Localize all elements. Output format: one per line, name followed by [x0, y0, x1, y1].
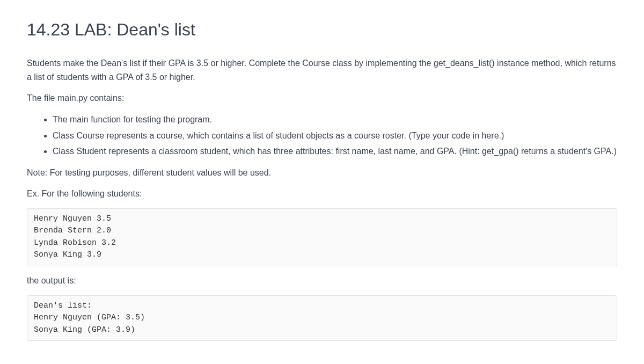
- page-title: 14.23 LAB: Dean's list: [27, 16, 617, 43]
- output-code-block: Dean's list: Henry Nguyen (GPA: 3.5) Son…: [27, 295, 617, 341]
- file-contains-line: The file main.py contains:: [27, 91, 617, 105]
- list-item: The main function for testing the progra…: [53, 113, 617, 127]
- output-label: the output is:: [27, 274, 617, 288]
- bullet-list: The main function for testing the progra…: [27, 113, 617, 158]
- intro-paragraph: Students make the Dean's list if their G…: [27, 56, 617, 84]
- note-line: Note: For testing purposes, different st…: [27, 166, 617, 180]
- input-code-block: Henry Nguyen 3.5 Brenda Stern 2.0 Lynda …: [27, 208, 617, 266]
- list-item: Class Course represents a course, which …: [53, 129, 617, 143]
- list-item: Class Student represents a classroom stu…: [53, 144, 617, 158]
- example-line: Ex. For the following students:: [27, 187, 617, 201]
